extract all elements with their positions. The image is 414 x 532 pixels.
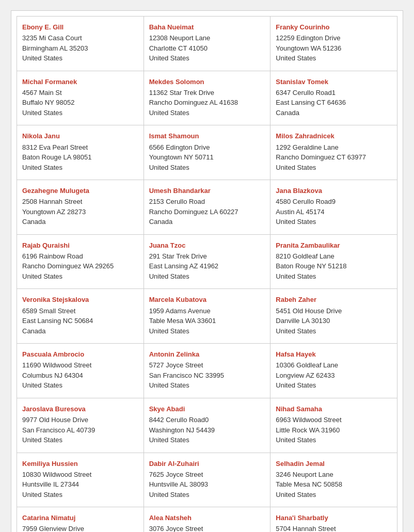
address-line1: 1959 Adams Avenue	[149, 306, 265, 316]
address-line3: United States	[276, 271, 392, 282]
person-name: Alea Natsheh	[149, 513, 265, 523]
address-line2: Huntsville AL 38093	[149, 479, 265, 490]
address-line1: 6196 Rainbow Road	[22, 251, 138, 262]
address-line2: Rancho Dominguez CT 63977	[276, 152, 392, 163]
address-line3: United States	[22, 435, 138, 445]
address-cell: Pranita Zambaulikar8210 Goldleaf LaneBat…	[270, 235, 397, 289]
address-line2: Austin AL 45174	[276, 207, 392, 217]
address-cell: Umesh Bhandarkar2153 Cerullo RoadRancho …	[144, 180, 271, 235]
address-line1: 5727 Joyce Street	[149, 360, 265, 370]
address-cell: Skye Abadi8442 Cerullo Road0Washington N…	[144, 398, 271, 453]
person-name: Mekdes Solomon	[149, 77, 265, 87]
address-line1: 7625 Joyce Street	[149, 470, 265, 480]
person-address: 11690 Wildwood StreetColumbus NJ 64304Un…	[22, 360, 138, 391]
address-cell: Milos Zahradnicek1292 Geraldine LaneRanc…	[270, 125, 397, 180]
address-line3: United States	[149, 53, 265, 63]
address-line2: Columbus NJ 64304	[22, 370, 138, 381]
address-line3: Canada	[276, 108, 392, 118]
person-name: Rajab Quraishi	[22, 241, 138, 250]
address-line3: United States	[22, 490, 138, 500]
address-line1: 3076 Joyce Street	[149, 524, 265, 532]
person-name: Nihad Samaha	[276, 405, 392, 414]
address-cell: Nikola Janu8312 Eva Pearl StreetBaton Ro…	[17, 125, 144, 180]
address-line1: 6566 Edington Drive	[149, 142, 265, 153]
person-address: 3076 Joyce StreetLittle Rock IL 58676Uni…	[149, 524, 265, 532]
address-line1: 6963 Wildwood Street	[276, 415, 392, 425]
person-name: Milos Zahradnicek	[276, 132, 392, 141]
address-line1: 2153 Cerullo Road	[149, 197, 265, 207]
person-address: 11362 Star Trek DriveRancho Dominguez AL…	[149, 88, 265, 118]
person-name: Pascuala Ambrocio	[22, 350, 138, 359]
person-address: 1292 Geraldine LaneRancho Dominguez CT 6…	[276, 142, 392, 173]
person-name: Gezahegne Mulugeta	[22, 186, 138, 196]
person-name: Jaroslava Buresova	[22, 405, 138, 414]
address-line2: Rancho Dominguez AL 41638	[149, 98, 265, 108]
address-line2: Huntsville IL 27344	[22, 479, 138, 490]
address-line1: 7959 Glenview Drive	[22, 524, 138, 532]
address-line3: United States	[22, 53, 138, 63]
address-line2: East Lansing AZ 41962	[149, 261, 265, 271]
address-line2: Youngtown WA 51236	[276, 43, 392, 54]
address-line3: United States	[276, 380, 392, 391]
person-name: Veronika Stejskalova	[22, 295, 138, 304]
address-line1: 8312 Eva Pearl Street	[22, 142, 138, 153]
address-line2: Rancho Dominguez WA 29265	[22, 261, 138, 271]
address-line2: Youngtown AZ 28273	[22, 207, 138, 217]
address-line1: 1292 Geraldine Lane	[276, 142, 392, 153]
address-line2: Danville LA 30130	[276, 316, 392, 326]
address-line1: 8442 Cerullo Road0	[149, 415, 265, 425]
address-line1: 10830 Wildwood Street	[22, 470, 138, 480]
person-address: 7959 Glenview DriveAustin WA 45656United…	[22, 524, 138, 532]
address-line1: 2508 Hannah Street	[22, 197, 138, 207]
address-cell: Pascuala Ambrocio11690 Wildwood StreetCo…	[17, 344, 144, 398]
address-grid: Ebony E. Gill3235 Mi Casa CourtBirmingha…	[17, 16, 397, 532]
person-address: 6589 Small StreetEast Lansing NC 50684Ca…	[22, 306, 138, 336]
address-line3: United States	[149, 271, 265, 282]
address-line2: Baton Rouge LA 98051	[22, 152, 138, 163]
address-line2: Longview AZ 62433	[276, 370, 392, 381]
address-cell: Michal Formanek4567 Main StBuffalo NY 98…	[17, 71, 144, 126]
address-cell: Kemiliya Hussien10830 Wildwood StreetHun…	[17, 453, 144, 508]
person-address: 291 Star Trek DriveEast Lansing AZ 41962…	[149, 251, 265, 282]
address-line2: San Francisco AL 40739	[22, 425, 138, 436]
person-address: 10830 Wildwood StreetHuntsville IL 27344…	[22, 470, 138, 500]
address-line3: United States	[149, 490, 265, 500]
person-name: Rabeh Zaher	[276, 295, 392, 304]
person-address: 7625 Joyce StreetHuntsville AL 38093Unit…	[149, 470, 265, 500]
person-address: 10306 Goldleaf LaneLongview AZ 62433Unit…	[276, 360, 392, 391]
address-cell: Gezahegne Mulugeta2508 Hannah StreetYoun…	[17, 180, 144, 235]
person-address: 3235 Mi Casa CourtBirmingham AL 35203Uni…	[22, 33, 138, 63]
address-cell: Ismat Shamoun6566 Edington DriveYoungtow…	[144, 125, 271, 180]
person-address: 2508 Hannah StreetYoungtown AZ 28273Cana…	[22, 197, 138, 227]
person-name: Umesh Bhandarkar	[149, 186, 265, 196]
person-name: Antonin Zelinka	[149, 350, 265, 359]
person-address: 12308 Neuport LaneCharlotte CT 41050Unit…	[149, 33, 265, 63]
address-line3: United States	[22, 108, 138, 118]
person-address: 5451 Old House DriveDanville LA 30130Uni…	[276, 306, 392, 336]
address-cell: Juana Tzoc291 Star Trek DriveEast Lansin…	[144, 235, 271, 289]
person-address: 8312 Eva Pearl StreetBaton Rouge LA 9805…	[22, 142, 138, 173]
address-line2: East Lansing NC 50684	[22, 316, 138, 326]
person-name: Baha Nueimat	[149, 23, 265, 32]
address-line2: Little Rock WA 31960	[276, 425, 392, 436]
address-line2: Baton Rouge NY 51218	[276, 261, 392, 271]
person-address: 2153 Cerullo RoadRancho Dominguez LA 602…	[149, 197, 265, 227]
address-cell: Mekdes Solomon11362 Star Trek DriveRanch…	[144, 71, 271, 126]
address-line1: 5704 Hannah Street	[276, 524, 392, 532]
person-name: Juana Tzoc	[149, 241, 265, 250]
address-line2: San Francisco NC 33995	[149, 370, 265, 381]
person-address: 5727 Joyce StreetSan Francisco NC 33995U…	[149, 360, 265, 391]
person-name: Ebony E. Gill	[22, 23, 138, 32]
address-line2: Birmingham AL 35203	[22, 43, 138, 54]
person-name: Hafsa Hayek	[276, 350, 392, 359]
person-address: 12259 Edington DriveYoungtown WA 51236Un…	[276, 33, 392, 63]
address-cell: Marcela Kubatova1959 Adams AvenueTable M…	[144, 289, 271, 344]
person-address: 9977 Old House DriveSan Francisco AL 407…	[22, 415, 138, 445]
person-address: 6196 Rainbow RoadRancho Dominguez WA 292…	[22, 251, 138, 282]
address-cell: Stanislav Tomek6347 Cerullo Road1East La…	[270, 71, 397, 126]
person-address: 6963 Wildwood StreetLittle Rock WA 31960…	[276, 415, 392, 445]
address-line2: Buffalo NY 98052	[22, 98, 138, 108]
address-line3: Canada	[22, 217, 138, 227]
address-line3: United States	[149, 108, 265, 118]
person-address: 6566 Edington DriveYoungtown NY 50711Uni…	[149, 142, 265, 173]
